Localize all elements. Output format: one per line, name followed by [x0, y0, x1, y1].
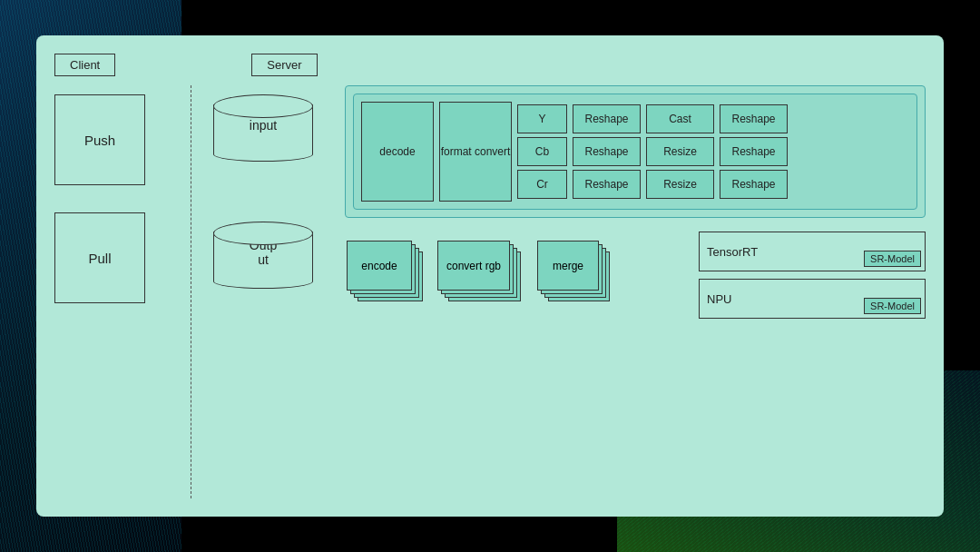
pull-box: Pull [54, 212, 145, 303]
tensorrt-label: TensorRT [707, 245, 758, 259]
top-pipeline-outer: decode format convert Y Cb Cr Reshape Re… [345, 85, 926, 218]
tensorrt-badge: SR-Model [864, 251, 921, 267]
merge-stacked: merge [535, 239, 612, 311]
encode-block: encode [347, 241, 412, 291]
input-cylinder: input [213, 94, 313, 176]
push-box: Push [54, 94, 145, 185]
top-pipeline-inner: decode format convert Y Cb Cr Reshape Re… [353, 94, 917, 210]
output-cylinder: Outp ut [213, 222, 313, 303]
cast-cell: Cast [646, 104, 714, 133]
convert-rgb-block: convert rgb [437, 241, 510, 291]
resize-cell-1: Resize [646, 137, 714, 166]
left-column: Push Pull [54, 85, 191, 498]
npu-model-row: NPU SR-Model [699, 279, 926, 319]
npu-badge: SR-Model [864, 298, 921, 314]
main-diagram: Client Server Push Pull input Outp ut [36, 35, 944, 517]
reshape-group-2: Cast Resize Resize [646, 104, 714, 199]
tensorrt-model-row: TensorRT SR-Model [699, 232, 926, 271]
reshape-3-2: Reshape [720, 137, 788, 166]
reshape-1-2: Reshape [573, 137, 641, 166]
ycbcr-column: Y Cb Cr [517, 104, 567, 199]
middle-column: input Outp ut [191, 85, 336, 498]
npu-label: NPU [707, 292, 731, 306]
merge-block: merge [537, 241, 599, 291]
reshape-3-1: Reshape [720, 104, 788, 133]
server-label: Server [251, 54, 317, 76]
reshape-3-3: Reshape [720, 170, 788, 199]
cr-cell: Cr [517, 170, 567, 199]
resize-cell-2: Resize [646, 170, 714, 199]
bottom-pipeline: encode convert rgb merge [345, 232, 926, 319]
cb-cell: Cb [517, 137, 567, 166]
encode-stacked: encode [345, 239, 426, 311]
decode-block: decode [361, 102, 434, 202]
y-cell: Y [517, 104, 567, 133]
reshape-group-1: Reshape Reshape Reshape [573, 104, 641, 199]
model-group: TensorRT SR-Model NPU SR-Model [699, 232, 926, 319]
client-label: Client [54, 54, 115, 76]
reshape-group-3: Reshape Reshape Reshape [720, 104, 788, 199]
top-labels: Client Server [54, 54, 926, 76]
reshape-1-1: Reshape [573, 104, 641, 133]
convert-rgb-stacked: convert rgb [436, 239, 526, 311]
format-convert-block: format convert [439, 102, 512, 202]
reshape-1-3: Reshape [573, 170, 641, 199]
right-column: decode format convert Y Cb Cr Reshape Re… [336, 85, 926, 498]
